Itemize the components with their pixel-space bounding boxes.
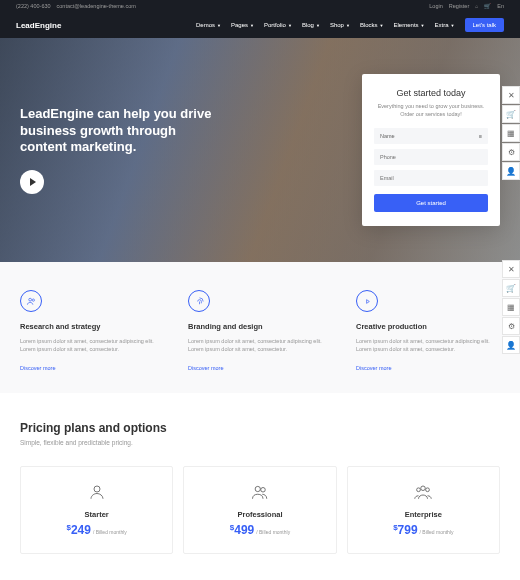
feature-desc: Lorem ipsum dolor sit amet, consectetur … — [356, 337, 500, 354]
navbar: LeadEngine Demos▼ Pages▼ Portfolio▼ Blog… — [0, 12, 520, 38]
hero: LeadEngine can help you drive business g… — [0, 38, 520, 262]
lets-talk-button[interactable]: Let's talk — [465, 18, 505, 32]
svg-point-8 — [426, 487, 430, 491]
people-icon — [194, 483, 325, 502]
chevron-down-icon: ▼ — [451, 23, 455, 28]
widget-user-icon[interactable]: 👤 — [502, 336, 520, 354]
plan-period: / Billed monthly — [256, 529, 290, 535]
nav-pages[interactable]: Pages▼ — [231, 22, 254, 28]
pricing-title: Pricing plans and options — [20, 421, 500, 435]
plan-period: / Billed monthly — [420, 529, 454, 535]
chevron-down-icon: ▼ — [346, 23, 350, 28]
nav-shop[interactable]: Shop▼ — [330, 22, 350, 28]
group-icon — [358, 483, 489, 502]
users-icon — [20, 290, 42, 312]
feature-desc: Lorem ipsum dolor sit amet, consectetur … — [188, 337, 332, 354]
nav-blocks[interactable]: Blocks▼ — [360, 22, 384, 28]
plan-name: Enterprise — [358, 510, 489, 519]
plan-professional[interactable]: Professional $499 / Billed monthly — [183, 466, 336, 554]
feature-branding: Branding and design Lorem ipsum dolor si… — [188, 290, 332, 371]
svg-point-7 — [417, 487, 421, 491]
plan-price: 499 — [234, 523, 254, 537]
phone-link[interactable]: (222) 400-630 — [16, 3, 51, 9]
cart-icon[interactable]: 🛒 — [484, 3, 491, 9]
svg-point-4 — [255, 486, 260, 491]
feature-research: Research and strategy Lorem ipsum dolor … — [20, 290, 164, 371]
topbar: (222) 400-630 contact@leadengine-theme.c… — [0, 0, 520, 12]
widget-settings-icon[interactable]: ⚙ — [502, 317, 520, 335]
get-started-button[interactable]: Get started — [374, 194, 488, 212]
play-icon — [30, 178, 36, 186]
nav-demos[interactable]: Demos▼ — [196, 22, 221, 28]
widget-user-icon[interactable]: 👤 — [502, 162, 520, 180]
side-toolbar: ✕ 🛒 ▦ ⚙ 👤 — [502, 86, 520, 180]
phone-input[interactable] — [374, 149, 488, 165]
svg-point-5 — [261, 487, 266, 492]
widget-cart-icon[interactable]: 🛒 — [502, 279, 520, 297]
plan-starter[interactable]: Starter $249 / Billed monthly — [20, 466, 173, 554]
pricing-subtitle: Simple, flexible and predictable pricing… — [20, 439, 500, 446]
plan-name: Professional — [194, 510, 325, 519]
lang-select[interactable]: En — [497, 3, 504, 9]
login-link[interactable]: Login — [429, 3, 442, 9]
chevron-down-icon: ▼ — [380, 23, 384, 28]
chevron-down-icon: ▼ — [316, 23, 320, 28]
feature-desc: Lorem ipsum dolor sit amet, consectetur … — [20, 337, 164, 354]
play-circle-icon — [356, 290, 378, 312]
svg-marker-2 — [366, 299, 369, 303]
svg-point-3 — [94, 486, 100, 492]
widget-settings-icon[interactable]: ⚙ — [502, 143, 520, 161]
discover-link[interactable]: Discover more — [188, 365, 223, 371]
email-link[interactable]: contact@leadengine-theme.com — [57, 3, 136, 9]
chevron-down-icon: ▼ — [288, 23, 292, 28]
feature-title: Branding and design — [188, 322, 332, 331]
svg-point-6 — [421, 486, 426, 491]
play-button[interactable] — [20, 170, 44, 194]
select-icon: ≡ — [479, 133, 482, 139]
plan-enterprise[interactable]: Enterprise $799 / Billed monthly — [347, 466, 500, 554]
nav-elements[interactable]: Elements▼ — [394, 22, 425, 28]
widget-close-icon[interactable]: ✕ — [502, 260, 520, 278]
widget-layout-icon[interactable]: ▦ — [502, 124, 520, 142]
form-subtitle: Everything you need to grow your busines… — [374, 103, 488, 118]
signup-form: Get started today Everything you need to… — [362, 74, 500, 226]
fingerprint-icon — [188, 290, 210, 312]
svg-point-1 — [32, 298, 34, 300]
feature-title: Creative production — [356, 322, 500, 331]
form-title: Get started today — [374, 88, 488, 98]
plan-price: 799 — [398, 523, 418, 537]
search-icon[interactable]: ⌕ — [475, 3, 478, 9]
widget-layout-icon[interactable]: ▦ — [502, 298, 520, 316]
discover-link[interactable]: Discover more — [356, 365, 391, 371]
feature-title: Research and strategy — [20, 322, 164, 331]
side-toolbar-2: ✕ 🛒 ▦ ⚙ 👤 — [502, 260, 520, 354]
plan-period: / Billed monthly — [93, 529, 127, 535]
widget-cart-icon[interactable]: 🛒 — [502, 105, 520, 123]
feature-creative: Creative production Lorem ipsum dolor si… — [356, 290, 500, 371]
name-select[interactable]: Name≡ — [374, 128, 488, 144]
logo[interactable]: LeadEngine — [16, 21, 61, 30]
email-input[interactable] — [374, 170, 488, 186]
plan-price: 249 — [71, 523, 91, 537]
chevron-down-icon: ▼ — [250, 23, 254, 28]
svg-point-0 — [28, 298, 31, 301]
nav-blog[interactable]: Blog▼ — [302, 22, 320, 28]
nav-portfolio[interactable]: Portfolio▼ — [264, 22, 292, 28]
register-link[interactable]: Register — [449, 3, 469, 9]
chevron-down-icon: ▼ — [421, 23, 425, 28]
person-icon — [31, 483, 162, 502]
widget-close-icon[interactable]: ✕ — [502, 86, 520, 104]
nav-extra[interactable]: Extra▼ — [435, 22, 455, 28]
pricing-section: Pricing plans and options Simple, flexib… — [0, 393, 520, 554]
plan-name: Starter — [31, 510, 162, 519]
chevron-down-icon: ▼ — [217, 23, 221, 28]
hero-title: LeadEngine can help you drive business g… — [20, 106, 220, 157]
features-section: Research and strategy Lorem ipsum dolor … — [0, 262, 520, 393]
discover-link[interactable]: Discover more — [20, 365, 55, 371]
